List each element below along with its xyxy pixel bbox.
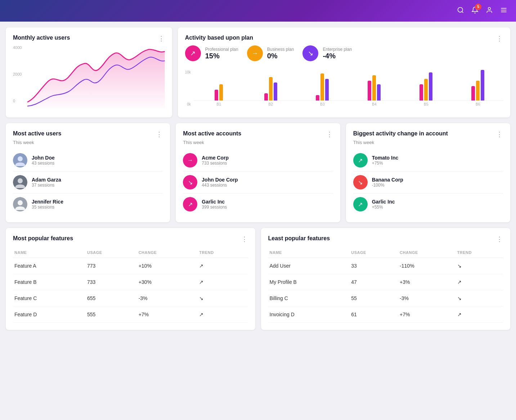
bar-group-b6 [453,70,503,100]
activity-menu[interactable]: ⋮ [496,35,503,43]
feature-change: -110% [398,258,456,274]
user-item-3: Jennifer Rice 35 sessions [13,193,163,215]
svg-point-10 [18,200,23,205]
lp-col-usage: USAGE [350,247,398,258]
feature-usage: 33 [350,258,398,274]
mp-col-change: CHANGE [137,247,198,258]
mp-col-name: NAME [13,247,86,258]
activity-card: Activity based upon plan ⋮ ↗ Professiona… [178,27,510,117]
feature-trend: ↘ [456,258,503,274]
feature-usage: 61 [350,307,398,323]
change-item-1: ↗ Tomato Inc +75% [353,149,503,171]
garlic-change-icon: ↗ [353,197,368,211]
search-icon[interactable] [457,6,464,15]
change-item-2: ↘ Banana Corp -100% [353,171,503,193]
tomato-icon: ↗ [353,153,368,167]
svg-point-0 [458,7,463,12]
enterprise-plan-label: Enterprise plan [323,47,352,52]
bac-subtitle: This week [353,140,503,145]
bar-group-b1 [194,84,244,100]
tomato-name: Tomato Inc [372,155,399,161]
enterprise-plan-value: -4% [323,52,352,60]
mau-users-menu[interactable]: ⋮ [156,130,163,138]
mau-users-title: Most active users [13,130,61,137]
acme-name: Acme Corp [202,155,229,161]
most-popular-table: NAME USAGE CHANGE TREND Feature A 773 +1… [13,247,248,323]
professional-plan-icon: ↗ [185,45,201,61]
mau-menu[interactable]: ⋮ [158,35,165,43]
bar-group-b3 [297,73,348,100]
bac-menu[interactable]: ⋮ [496,130,503,138]
mau-y-labels: 4000 2000 0 [13,45,26,103]
business-plan-value: 0% [267,52,294,60]
most-popular-card: Most popular features ⋮ NAME USAGE CHANG… [6,228,255,330]
account-item-2: ↘ John Doe Corp 443 sessions [183,171,333,193]
menu-icon[interactable] [500,6,507,15]
feature-change: +7% [137,307,198,323]
professional-plan-label: Professional plan [205,47,238,52]
maa-subtitle: This week [183,140,333,145]
bar-group-b5 [401,72,451,100]
bar-group-b4 [349,75,399,100]
lp-title: Least popular features [268,235,330,242]
svg-point-6 [18,156,23,161]
garlic-name: Garlic Inc [202,199,227,205]
bac-title: Biggest activity change in account [353,130,448,137]
maa-menu[interactable]: ⋮ [326,130,333,138]
user-avatar-2 [13,175,27,189]
account-item-1: → Acme Corp 733 sessions [183,149,333,171]
garlic-sessions: 399 sessions [202,205,227,210]
feature-name: Invoicing D [268,307,350,323]
feature-trend: ↘ [456,290,503,307]
bar-labels-row: B1 B2 B3 B4 B5 B6 [194,101,503,106]
activity-bar-chart: 10k 0k [185,68,503,106]
feature-usage: 55 [350,290,398,307]
plan-stats: ↗ Professional plan 15% → Business plan … [185,45,503,61]
johndoe-sessions: 443 sessions [202,183,238,188]
garlic-change-name: Garlic Inc [372,199,395,205]
johndoe-name: John Doe Corp [202,177,238,183]
mp-col-trend: TREND [198,247,248,258]
mau-card: Monthly active users ⋮ 4000 2000 0 [6,27,172,117]
notification-bell-icon[interactable]: 5 [471,6,479,15]
user-avatar-1 [13,153,27,167]
svg-point-8 [18,178,23,183]
feature-name: My Profile B [268,274,350,290]
user-name-1: John Doe [32,155,55,161]
lp-col-change: CHANGE [398,247,456,258]
top-bar: 5 [0,0,516,22]
mau-chart: 4000 2000 0 [13,45,165,110]
lp-col-trend: TREND [456,247,503,258]
feature-trend: ↗ [198,258,248,274]
user-name-2: Adam Garza [32,177,61,183]
mp-title: Most popular features [13,235,73,242]
feature-change: -3% [398,290,456,307]
user-name-3: Jennifer Rice [32,199,63,205]
mp-menu[interactable]: ⋮ [241,235,248,243]
maa-title: Most active accounts [183,130,241,137]
table-row: Add User 33 -110% ↘ [268,258,503,274]
user-item-2: Adam Garza 37 sessions [13,171,163,193]
feature-usage: 655 [86,290,137,307]
feature-change: +7% [398,307,456,323]
most-active-accounts-card: Most active accounts ⋮ This week → Acme … [176,123,340,222]
professional-plan-value: 15% [205,52,238,60]
garlic-change-value: +55% [372,205,395,210]
lp-menu[interactable]: ⋮ [496,235,503,243]
user-avatar-3 [13,197,27,211]
feature-trend: ↗ [456,307,503,323]
feature-trend: ↗ [198,274,248,290]
table-row: Billing C 55 -3% ↘ [268,290,503,307]
user-icon[interactable] [486,6,493,15]
plan-stat-professional: ↗ Professional plan 15% [185,45,238,61]
feature-name: Billing C [268,290,350,307]
acme-sessions: 733 sessions [202,161,229,166]
least-popular-table: NAME USAGE CHANGE TREND Add User 33 -110… [268,247,503,323]
mau-chart-area [27,45,165,110]
garlic-icon: ↗ [183,197,197,211]
lp-col-name: NAME [268,247,350,258]
most-active-users-card: Most active users ⋮ This week John Doe 4… [6,123,170,222]
acme-icon: → [183,153,197,167]
feature-usage: 733 [86,274,137,290]
table-row: Feature A 773 +10% ↗ [13,258,248,274]
